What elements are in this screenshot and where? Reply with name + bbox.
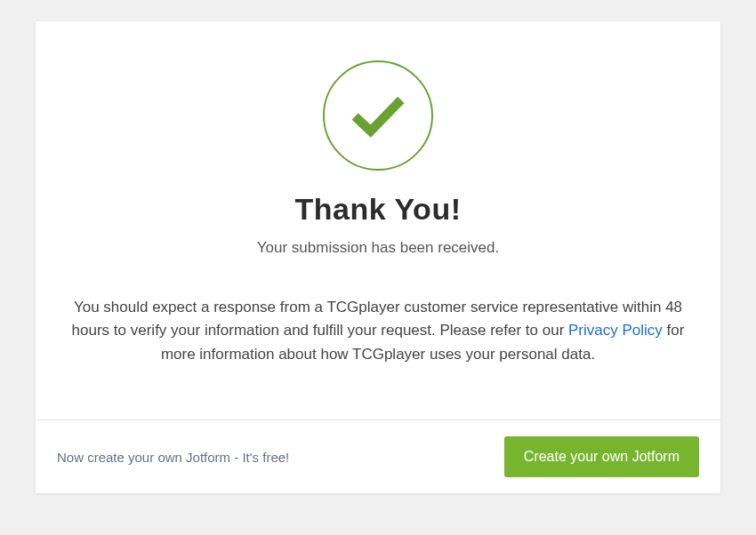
privacy-policy-link[interactable]: Privacy Policy — [568, 322, 663, 339]
icon-wrapper — [62, 60, 694, 171]
card-footer: Now create your own Jotform - It's free!… — [36, 419, 720, 493]
page-title: Thank You! — [62, 192, 694, 227]
card-content: Thank You! Your submission has been rece… — [36, 21, 720, 419]
body-text: You should expect a response from a TCGp… — [62, 296, 694, 366]
footer-prompt-text: Now create your own Jotform - It's free! — [57, 450, 289, 465]
create-jotform-button[interactable]: Create your own Jotform — [504, 436, 699, 477]
thank-you-card: Thank You! Your submission has been rece… — [36, 21, 720, 493]
checkmark-icon — [350, 92, 406, 139]
page-subtitle: Your submission has been received. — [62, 239, 694, 257]
checkmark-success-icon — [323, 60, 433, 171]
